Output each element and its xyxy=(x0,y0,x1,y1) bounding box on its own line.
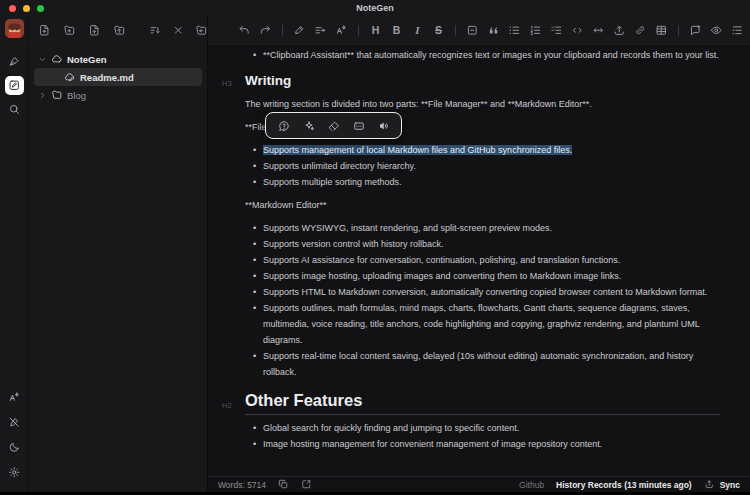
tree-item-blog[interactable]: Blog xyxy=(34,87,202,103)
italic-icon: I xyxy=(415,25,419,36)
editor-body[interactable]: •**Clipboard Assistant** that automatica… xyxy=(208,45,750,476)
chev-right-icon xyxy=(38,91,47,100)
doc-bullet-item[interactable]: •Supports HTML to Markdown conversion, a… xyxy=(245,284,720,300)
link-button[interactable] xyxy=(632,22,649,39)
doc-heading[interactable]: H3Writing xyxy=(245,73,720,89)
history-records-button[interactable]: History Records (13 minutes ago) xyxy=(556,480,692,490)
bullet-dot: • xyxy=(253,220,263,236)
close-window-button[interactable] xyxy=(9,5,16,12)
compose-button[interactable] xyxy=(5,76,24,95)
tree-item-readme-md[interactable]: Readme.md xyxy=(34,68,202,86)
heading-level-gutter: H3 xyxy=(222,76,232,92)
divider-block-icon xyxy=(466,24,479,37)
doc-bullet-item[interactable]: •Supports real-time local content saving… xyxy=(245,348,720,380)
translate-button[interactable] xyxy=(5,388,24,407)
import-file-icon xyxy=(88,24,101,37)
file-plus-icon xyxy=(38,24,51,37)
ordered-list-button[interactable] xyxy=(527,22,544,39)
speak-aloud-button[interactable] xyxy=(377,119,390,132)
doc-bullet-item[interactable]: •Supports multiple sorting methods. xyxy=(245,174,720,190)
user-avatar[interactable] xyxy=(5,19,24,38)
continue-writing-button[interactable] xyxy=(312,22,329,39)
chev-right-icon[interactable] xyxy=(36,89,49,102)
selected-text: Supports management of local Markdown fi… xyxy=(263,145,572,155)
moon-button[interactable] xyxy=(5,438,24,457)
bullet-text: Supports real-time local content saving,… xyxy=(263,351,693,377)
zoom-window-button[interactable] xyxy=(37,5,44,12)
doc-paragraph[interactable]: The writing section is divided into two … xyxy=(245,96,720,112)
redo-button[interactable] xyxy=(257,22,274,39)
search-icon xyxy=(8,103,21,116)
doc-bullet-item[interactable]: •**Clipboard Assistant** that automatica… xyxy=(245,47,720,63)
highlighter-icon xyxy=(293,24,306,37)
sync-folder-button[interactable] xyxy=(112,23,126,37)
search-button[interactable] xyxy=(5,100,24,119)
doc-bullet-item[interactable]: •Supports AI assistance for conversation… xyxy=(245,252,720,268)
file-plus-button[interactable] xyxy=(37,23,51,37)
tree-item-notegen[interactable]: NoteGen xyxy=(34,51,202,67)
translate-button[interactable] xyxy=(333,22,350,39)
bullet-dot: • xyxy=(253,252,263,268)
blockquote-button[interactable] xyxy=(485,22,502,39)
undo-icon xyxy=(238,24,251,37)
undo-button[interactable] xyxy=(236,22,253,39)
github-status[interactable]: Github xyxy=(519,480,544,490)
signature-pen-button[interactable] xyxy=(5,52,24,71)
doc-paragraph[interactable]: **Markdown Editor** xyxy=(245,197,720,213)
doc-bullet-item[interactable]: •Supports management of local Markdown f… xyxy=(245,142,720,158)
pen-off-button[interactable] xyxy=(5,413,24,432)
table-button[interactable] xyxy=(653,22,670,39)
code-block-button[interactable] xyxy=(569,22,586,39)
preview-button[interactable] xyxy=(708,22,725,39)
card-button[interactable] xyxy=(352,119,365,132)
collapse-folder-button[interactable] xyxy=(194,23,208,37)
clear-x-button[interactable] xyxy=(171,23,185,37)
blockquote-icon xyxy=(487,24,500,37)
doc-bullet-item[interactable]: •Global search for quickly finding and j… xyxy=(245,420,720,436)
bullet-dot: • xyxy=(253,436,263,452)
sync-button[interactable]: Sync xyxy=(704,479,740,491)
bullet-dot: • xyxy=(253,236,263,252)
doc-bullet-item[interactable]: •Supports outlines, math formulas, mind … xyxy=(245,300,720,348)
ai-chat-button[interactable] xyxy=(687,22,704,39)
doc-bullet-item[interactable]: •Supports image hosting, uploading image… xyxy=(245,268,720,284)
chev-down-icon[interactable] xyxy=(36,53,49,66)
minimize-window-button[interactable] xyxy=(23,5,30,12)
doc-heading[interactable]: H2Other Features xyxy=(245,392,720,415)
question-chat-button[interactable] xyxy=(277,119,290,132)
strikethrough-button[interactable]: S xyxy=(430,22,447,39)
bullet-text: Image hosting management for convenient … xyxy=(263,439,602,449)
doc-bullet-item[interactable]: •Supports unlimited directory hierarchy. xyxy=(245,158,720,174)
import-file-button[interactable] xyxy=(87,23,101,37)
task-list-button[interactable] xyxy=(548,22,565,39)
italic-button[interactable]: I xyxy=(409,22,426,39)
sort-button[interactable] xyxy=(148,23,162,37)
eraser-button[interactable] xyxy=(327,119,340,132)
heading-button[interactable]: H xyxy=(367,22,384,39)
doc-bullet-item[interactable]: •Supports WYSIWYG, instant rendering, an… xyxy=(245,220,720,236)
divider-block-button[interactable] xyxy=(464,22,481,39)
highlighter-button[interactable] xyxy=(291,22,308,39)
bold-button[interactable]: B xyxy=(388,22,405,39)
folder-plus-button[interactable] xyxy=(62,23,76,37)
bullet-dot: • xyxy=(253,174,263,190)
bullet-text: Supports outlines, math formulas, mind m… xyxy=(263,303,699,345)
doc-bullet-item[interactable]: •Supports version control with history r… xyxy=(245,236,720,252)
inline-code-button[interactable] xyxy=(590,22,607,39)
translate-icon xyxy=(335,24,348,37)
doc-paragraph[interactable]: **File Manager** xyxy=(245,119,720,135)
bullet-list-button[interactable] xyxy=(506,22,523,39)
sparkles-button[interactable] xyxy=(302,119,315,132)
copy-icon xyxy=(278,479,289,490)
translate-icon xyxy=(8,391,21,404)
external-button[interactable] xyxy=(300,479,312,491)
copy-button[interactable] xyxy=(277,479,289,491)
toolbar-divider xyxy=(282,25,283,36)
settings-gear-button[interactable] xyxy=(5,463,24,482)
markdown-document[interactable]: •**Clipboard Assistant** that automatica… xyxy=(245,47,720,452)
outline-button[interactable] xyxy=(729,22,746,39)
doc-bullet-item[interactable]: •Image hosting management for convenient… xyxy=(245,436,720,452)
upload-image-button[interactable] xyxy=(611,22,628,39)
bullet-dot: • xyxy=(253,348,263,380)
status-bar: Words: 5714 Github History Records (13 m… xyxy=(208,476,750,492)
